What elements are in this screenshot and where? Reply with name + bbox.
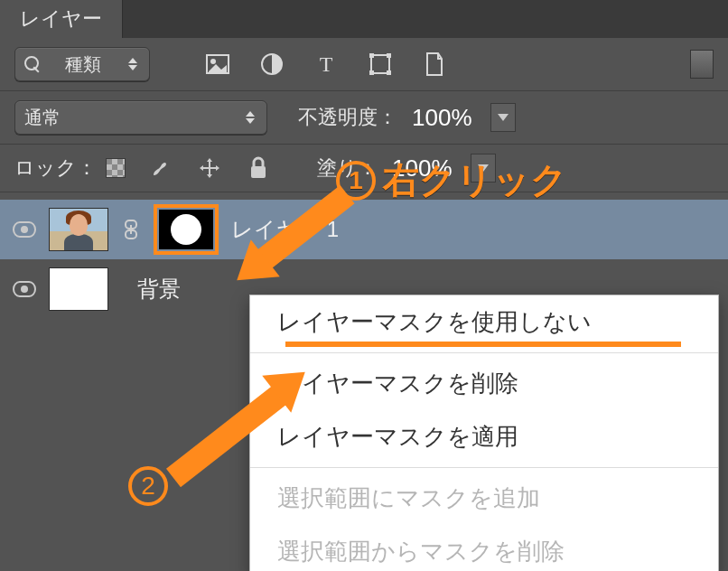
- image-filter-icon[interactable]: [204, 52, 231, 76]
- filter-kind-dropdown[interactable]: 種類: [14, 47, 150, 81]
- updown-icon: [126, 58, 140, 70]
- updown-icon: [243, 111, 257, 124]
- annotation-underline: [285, 342, 681, 347]
- layer-row[interactable]: レイヤー 1: [0, 200, 728, 259]
- context-menu-separator: [250, 467, 718, 468]
- panel-tabbar: レイヤー: [0, 0, 728, 38]
- context-menu: レイヤーマスクを使用しない レイヤーマスクを削除 レイヤーマスクを適用 選択範囲…: [249, 295, 719, 571]
- fill-label: 塗り：: [317, 154, 378, 182]
- svg-rect-5: [387, 53, 391, 58]
- mask-link-icon[interactable]: [121, 220, 141, 239]
- blend-mode-dropdown[interactable]: 通常: [14, 100, 267, 135]
- svg-rect-8: [251, 166, 266, 178]
- search-icon: [24, 56, 41, 72]
- fill-dropdown-button[interactable]: [471, 154, 496, 183]
- visibility-toggle-icon[interactable]: [13, 281, 36, 297]
- filter-type-icons: T: [204, 52, 448, 76]
- ctx-item-apply-mask[interactable]: レイヤーマスクを適用: [250, 410, 718, 463]
- filter-row: 種類 T: [0, 38, 728, 91]
- layer-name-label[interactable]: 背景: [137, 275, 181, 304]
- ctx-item-label: 選択範囲からマスクを削除: [277, 538, 565, 565]
- lock-move-icon[interactable]: [196, 156, 223, 180]
- ctx-item-label: 選択範囲にマスクを追加: [277, 484, 540, 511]
- svg-point-1: [210, 59, 216, 64]
- opacity-dropdown-button[interactable]: [490, 103, 516, 132]
- filter-kind-label: 種類: [65, 52, 101, 77]
- fill-value[interactable]: 100%: [392, 154, 453, 183]
- lock-transparent-icon[interactable]: [106, 158, 126, 178]
- panel-tab-layers[interactable]: レイヤー: [0, 0, 123, 38]
- opacity-label: 不透明度：: [298, 104, 397, 131]
- panel-tab-label: レイヤー: [20, 5, 102, 33]
- ctx-item-subtract-mask-selection: 選択範囲からマスクを削除: [250, 525, 718, 571]
- svg-rect-7: [387, 70, 391, 75]
- type-filter-icon[interactable]: T: [313, 52, 340, 76]
- layer-mask-thumbnail[interactable]: [154, 204, 219, 255]
- layer-thumbnail[interactable]: [49, 208, 108, 251]
- svg-rect-4: [369, 53, 374, 58]
- annotation-step2: 2: [128, 466, 168, 506]
- lock-label: ロック：: [14, 154, 97, 182]
- lock-all-icon[interactable]: [245, 156, 272, 180]
- visibility-toggle-icon[interactable]: [13, 221, 36, 238]
- lock-row: ロック： 塗り： 100%: [0, 145, 728, 192]
- ctx-item-label: レイヤーマスクを使用しない: [277, 308, 592, 335]
- blend-mode-value: 通常: [24, 106, 61, 130]
- annotation-step2-badge: 2: [128, 466, 168, 506]
- adjustment-filter-icon[interactable]: [258, 52, 285, 76]
- lock-brush-icon[interactable]: [147, 156, 174, 180]
- ctx-item-label: レイヤーマスクを削除: [277, 370, 518, 397]
- layer-name-label[interactable]: レイヤー 1: [231, 215, 339, 244]
- svg-rect-6: [369, 70, 374, 75]
- context-menu-separator: [250, 352, 718, 353]
- shape-filter-icon[interactable]: [367, 52, 394, 76]
- layer-thumbnail[interactable]: [49, 267, 108, 311]
- ctx-item-label: レイヤーマスクを適用: [277, 423, 518, 450]
- ctx-item-add-mask-selection: 選択範囲にマスクを追加: [250, 472, 718, 525]
- opacity-value[interactable]: 100%: [412, 104, 472, 132]
- ctx-item-delete-mask[interactable]: レイヤーマスクを削除: [250, 357, 718, 410]
- filter-toggle-switch[interactable]: [690, 50, 714, 79]
- smartobj-filter-icon[interactable]: [421, 52, 448, 76]
- blend-row: 通常 不透明度： 100%: [0, 91, 728, 145]
